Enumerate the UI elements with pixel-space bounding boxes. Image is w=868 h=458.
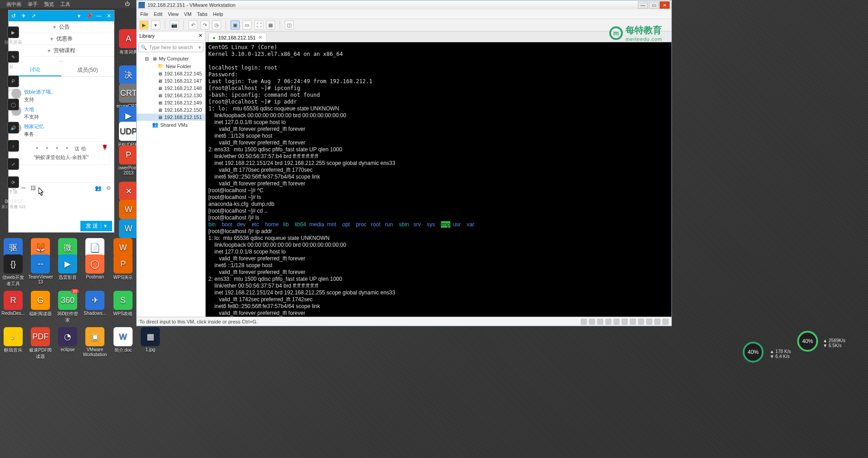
menu-vm[interactable]: VM bbox=[184, 11, 192, 17]
expand-icon[interactable] bbox=[150, 107, 156, 113]
vmware-titlebar[interactable]: 192.168.212.151 - VMware Workstation — ▭… bbox=[137, 0, 671, 10]
expand-icon[interactable] bbox=[150, 64, 156, 69]
live-tool[interactable]: PPPT bbox=[0, 73, 26, 96]
close-icon[interactable]: ✕ bbox=[106, 13, 112, 19]
snapshot-icon[interactable]: 📷 bbox=[170, 20, 179, 30]
expand-icon[interactable]: ⊟ bbox=[145, 56, 150, 61]
library-toggle-icon[interactable]: ◫ bbox=[285, 20, 294, 30]
expand-icon[interactable] bbox=[150, 78, 156, 84]
menu-help[interactable]: Help bbox=[213, 11, 223, 17]
send-button[interactable]: 发 送 ▾ bbox=[80, 221, 112, 231]
status-device-icon[interactable] bbox=[613, 319, 620, 325]
msg-username[interactable]: 饮bie酒了哦。 bbox=[24, 89, 56, 95]
expand-icon[interactable] bbox=[150, 93, 156, 98]
expand-icon[interactable] bbox=[150, 100, 156, 105]
gear-icon[interactable]: ⚙ bbox=[106, 185, 111, 191]
desktop-icon[interactable]: ♪酷我音乐 bbox=[1, 327, 25, 353]
status-device-icon[interactable] bbox=[638, 319, 644, 325]
tree-node[interactable]: 🖥192.168.212.149 bbox=[137, 99, 205, 106]
search-dropdown-icon[interactable]: ▾ bbox=[198, 45, 201, 50]
tab-members[interactable]: 成员(50) bbox=[61, 64, 114, 76]
status-device-icon[interactable] bbox=[646, 319, 652, 325]
expand-icon[interactable] bbox=[150, 85, 156, 91]
chat-titlebar[interactable]: ↺ ✈ ↗ ▾ 📌 — ✕ bbox=[9, 10, 114, 21]
unity-icon[interactable]: ▦ bbox=[266, 20, 275, 30]
dropdown-icon[interactable]: ▾ bbox=[76, 13, 82, 19]
desktop-icon[interactable]: SWPS表格 bbox=[111, 291, 135, 317]
library-close-icon[interactable]: ✕ bbox=[198, 33, 202, 39]
desktop-icon[interactable]: RRedisDes... bbox=[1, 291, 25, 316]
tree-node[interactable]: 🖥192.168.212.148 bbox=[137, 85, 205, 92]
image-icon[interactable]: 🖼 bbox=[30, 185, 36, 191]
desktop-icon[interactable]: {}信web开发者工具 bbox=[1, 254, 25, 287]
desktop-icon[interactable]: ▶迅雷影音 bbox=[55, 254, 80, 281]
status-device-icon[interactable] bbox=[662, 319, 669, 325]
expand-icon[interactable] bbox=[150, 71, 156, 76]
tree-node[interactable]: 🖥192.168.212.130 bbox=[137, 92, 205, 99]
minimize-button[interactable]: — bbox=[638, 1, 648, 9]
tree-node[interactable]: ⊟🖥My Computer bbox=[137, 55, 205, 62]
status-device-icon[interactable] bbox=[589, 319, 595, 325]
toolbar-item[interactable]: 工具 bbox=[60, 1, 70, 7]
manage-icon[interactable]: ↷ bbox=[200, 20, 209, 30]
status-device-icon[interactable] bbox=[597, 319, 603, 325]
live-tool[interactable]: ✎新... bbox=[0, 48, 26, 73]
tree-node[interactable]: 🖥192.168.212.145 bbox=[137, 70, 205, 77]
tab-close-icon[interactable]: ✕ bbox=[258, 35, 262, 40]
expand-icon[interactable] bbox=[145, 122, 150, 128]
desktop-icon[interactable]: ▦1.jpg bbox=[138, 327, 163, 352]
menu-file[interactable]: File bbox=[140, 11, 148, 17]
vm-tab[interactable]: ● 192.168.212.151 ✕ bbox=[208, 33, 266, 42]
send-dropdown-icon[interactable]: ▾ bbox=[101, 223, 107, 229]
mem-gauge[interactable]: 40% bbox=[797, 331, 818, 352]
refresh-icon[interactable]: ↺ bbox=[10, 13, 17, 19]
plane-icon[interactable]: ✈ bbox=[20, 13, 27, 19]
live-tool[interactable]: 🔊 bbox=[0, 119, 26, 137]
desktop-icon[interactable]: ▣VMware Workstation bbox=[83, 327, 107, 357]
desktop-icon[interactable]: W简介.doc bbox=[111, 327, 135, 353]
desktop-icon[interactable]: ↔TeamViewer 13 bbox=[28, 254, 53, 284]
tree-node[interactable]: 🖥192.168.212.150 bbox=[137, 106, 205, 114]
menu-edit[interactable]: Edit bbox=[154, 11, 163, 17]
status-device-icon[interactable] bbox=[630, 319, 636, 325]
toolbar-item[interactable]: 预览 bbox=[44, 1, 54, 7]
clock-icon[interactable]: ◷ bbox=[212, 20, 221, 30]
fullscreen-icon[interactable]: ⛶ bbox=[254, 20, 263, 30]
desktop-icon[interactable]: PDF极速PDF阅读器 bbox=[28, 327, 53, 360]
toolbar-item[interactable]: 举手 bbox=[28, 1, 38, 7]
close-button[interactable]: ✕ bbox=[660, 1, 670, 9]
desktop-icon[interactable]: ✈Shadows... bbox=[83, 291, 107, 316]
toolbar-item[interactable]: 画中画 bbox=[6, 1, 21, 7]
members-icon[interactable]: 👥 bbox=[95, 185, 102, 191]
power-dd-icon[interactable]: ▾ bbox=[151, 20, 160, 30]
menu-view[interactable]: View bbox=[168, 11, 179, 17]
share-icon[interactable]: ↗ bbox=[30, 13, 37, 19]
desktop-icon[interactable]: 360360软件管家 bbox=[55, 291, 80, 324]
live-tool[interactable]: ⤢ bbox=[0, 155, 26, 174]
pin-icon[interactable]: 📌 bbox=[86, 13, 92, 19]
view-console-icon[interactable]: ▣ bbox=[231, 20, 240, 30]
status-device-icon[interactable] bbox=[654, 319, 661, 325]
power-icon[interactable]: ⏻ bbox=[125, 1, 130, 7]
desktop-icon[interactable]: ◯Postman bbox=[83, 254, 107, 279]
tree-node[interactable]: 👥Shared VMs bbox=[137, 121, 205, 129]
menu-tabs[interactable]: Tabs bbox=[197, 11, 207, 17]
tree-node[interactable]: 🖥192.168.212.147 bbox=[137, 77, 205, 85]
live-tool[interactable]: ⟳下课 bbox=[0, 174, 26, 198]
library-search[interactable]: 🔍 Type here to search ▾ bbox=[138, 42, 203, 52]
cpu-gauge[interactable]: 40% bbox=[743, 342, 764, 363]
maximize-button[interactable]: ▭ bbox=[649, 1, 659, 9]
view-single-icon[interactable]: ▭ bbox=[242, 20, 252, 30]
status-device-icon[interactable] bbox=[605, 319, 612, 325]
revert-icon[interactable]: ↶ bbox=[188, 20, 197, 30]
desktop-icon[interactable]: ◔eclipse bbox=[55, 327, 80, 352]
live-tool[interactable]: ◯... bbox=[0, 96, 26, 119]
live-tool[interactable]: ▶分享屏幕 bbox=[0, 24, 26, 48]
tree-node[interactable]: 📁New Folder bbox=[137, 62, 205, 70]
expand-icon[interactable] bbox=[150, 114, 156, 120]
vm-terminal[interactable]: CentOS Linux 7 (Core) Kernel 3.10.0-123.… bbox=[206, 42, 671, 317]
status-device-icon[interactable] bbox=[621, 319, 628, 325]
power-on-icon[interactable]: ▶ bbox=[139, 20, 148, 30]
tree-node[interactable]: 🖥192.168.212.151 bbox=[137, 114, 205, 121]
live-tool[interactable]: ♪ bbox=[0, 137, 26, 155]
